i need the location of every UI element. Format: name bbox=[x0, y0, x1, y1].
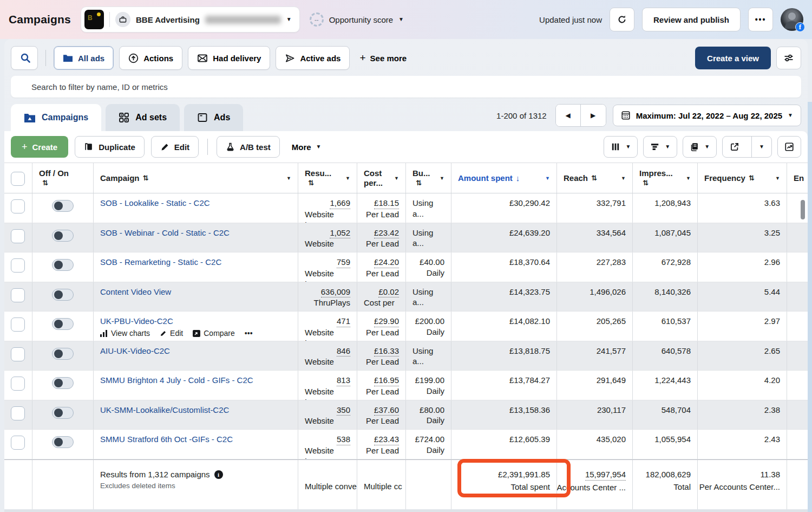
campaign-link[interactable]: SOB - Webinar - Cold - Static - C2C bbox=[100, 228, 230, 238]
row-checkbox[interactable] bbox=[11, 436, 25, 450]
campaign-toggle[interactable] bbox=[52, 200, 74, 212]
chevron-down-icon: ▼ bbox=[398, 17, 404, 22]
campaign-link[interactable]: SOB - Lookalike - Static - C2C bbox=[100, 198, 210, 209]
arrow-up-circle-icon bbox=[128, 53, 139, 63]
results-cell: 471 Website Lea... bbox=[298, 312, 357, 341]
account-id-redacted bbox=[205, 16, 281, 24]
columns-icon bbox=[611, 142, 620, 151]
refresh-button[interactable] bbox=[610, 8, 634, 31]
campaign-toggle[interactable] bbox=[52, 377, 74, 389]
tab-ad-sets[interactable]: Ad sets bbox=[106, 104, 180, 131]
column-results[interactable]: Resu...⇅ ▼ bbox=[298, 163, 357, 193]
duplicate-button[interactable]: Duplicate bbox=[75, 136, 145, 158]
row-checkbox[interactable] bbox=[11, 229, 25, 243]
view-charts-action[interactable]: View charts bbox=[100, 329, 150, 338]
table-row: SOB - Remarketing - Static - C2C View ch… bbox=[4, 252, 808, 282]
tab-ads[interactable]: Ads bbox=[184, 104, 243, 131]
table-row: Content Video View View charts Edit Comp… bbox=[4, 282, 808, 312]
export-button[interactable]: ▼ bbox=[722, 136, 772, 158]
column-reach[interactable]: Reach⇅ ▼ bbox=[557, 163, 633, 193]
campaign-link[interactable]: Content Video View bbox=[100, 287, 171, 297]
reports-button[interactable]: ▼ bbox=[683, 136, 717, 158]
opportunity-score-menu[interactable]: -- Opportunity score ▼ bbox=[310, 12, 404, 27]
reach-cell: 334,564 bbox=[557, 223, 633, 252]
filter-had-delivery[interactable]: Had delivery bbox=[188, 46, 270, 70]
row-checkbox[interactable] bbox=[11, 347, 25, 361]
campaign-link[interactable]: AIU-UK-Video-C2C bbox=[100, 346, 170, 357]
view-settings-button[interactable] bbox=[776, 47, 801, 69]
horizontal-scrollbar-track[interactable] bbox=[4, 509, 808, 512]
pencil-icon bbox=[160, 330, 167, 337]
previous-page-button[interactable]: ◀ bbox=[556, 105, 581, 126]
campaign-link[interactable]: UK-SMM-Lookalike/Customlist-C2C bbox=[100, 405, 229, 416]
impressions-cell: 548,704 bbox=[633, 400, 698, 430]
chevron-down-icon: ▼ bbox=[625, 144, 631, 150]
row-checkbox[interactable] bbox=[11, 199, 25, 213]
filter-actions[interactable]: Actions bbox=[119, 46, 182, 70]
column-amount-spent[interactable]: Amount spent↓ ▼ bbox=[451, 163, 557, 193]
cost-per-result-cell: £23.43 Per Lead bbox=[357, 430, 406, 459]
divider bbox=[45, 50, 46, 66]
row-checkbox[interactable] bbox=[11, 406, 25, 420]
column-ending[interactable]: En bbox=[787, 163, 808, 193]
create-button[interactable]: + Create bbox=[11, 136, 68, 158]
filter-all-ads[interactable]: All ads bbox=[54, 46, 114, 70]
export-options-half[interactable]: ▼ bbox=[751, 137, 771, 157]
campaigns-table: Off / On⇅ Campaign⇅ ▼ Resu...⇅ ▼ Cost pe… bbox=[4, 163, 808, 510]
campaign-link[interactable]: SMMU Stratford 6th Oct -GIFs - C2C bbox=[100, 434, 233, 445]
column-campaign[interactable]: Campaign⇅ ▼ bbox=[94, 163, 298, 193]
avatar[interactable]: f bbox=[781, 8, 803, 31]
export-icon-half[interactable] bbox=[723, 137, 746, 157]
breakdown-icon bbox=[650, 142, 660, 151]
campaign-link[interactable]: UK-PBU-Video-C2C bbox=[100, 316, 173, 327]
column-impressions[interactable]: Impres...⇅ ▼ bbox=[633, 163, 698, 193]
search-input[interactable] bbox=[11, 76, 801, 98]
breakdown-button[interactable]: ▼ bbox=[643, 136, 677, 158]
columns-button[interactable]: ▼ bbox=[604, 136, 638, 158]
campaign-toggle[interactable] bbox=[52, 289, 74, 301]
campaign-link[interactable]: SOB - Remarketing - Static - C2C bbox=[100, 257, 221, 268]
campaign-link[interactable]: SMMU Brighton 4 July - Cold - GIFs - C2C bbox=[100, 375, 253, 386]
next-page-button[interactable]: ▶ bbox=[581, 105, 606, 126]
filter-bar: All ads Actions Had delivery Active ads … bbox=[4, 46, 808, 70]
campaign-toggle[interactable] bbox=[52, 318, 74, 330]
charts-button[interactable] bbox=[777, 136, 801, 158]
select-all-checkbox[interactable] bbox=[11, 172, 25, 186]
row-checkbox[interactable] bbox=[11, 288, 25, 302]
column-frequency[interactable]: Frequency⇅ ▼ bbox=[698, 163, 787, 193]
account-switcher[interactable]: BBE Advertising ▼ bbox=[81, 7, 300, 33]
row-checkbox[interactable] bbox=[11, 317, 25, 332]
create-a-view-button[interactable]: Create a view bbox=[695, 47, 771, 69]
budget-cell: Using a... bbox=[406, 193, 451, 223]
impressions-cell: 672,928 bbox=[633, 252, 698, 282]
review-and-publish-button[interactable]: Review and publish bbox=[642, 8, 741, 31]
edit-button[interactable]: Edit bbox=[151, 136, 199, 158]
column-off-on[interactable]: Off / On⇅ bbox=[32, 163, 94, 193]
filter-active-ads[interactable]: Active ads bbox=[276, 46, 350, 70]
info-icon[interactable]: i bbox=[214, 470, 223, 479]
row-checkbox[interactable] bbox=[11, 377, 25, 391]
search-filter-button[interactable] bbox=[11, 46, 38, 70]
date-range-button[interactable]: Maximum: Jul 22, 2022 – Aug 22, 2025 ▼ bbox=[613, 105, 801, 126]
chevron-down-icon: ▼ bbox=[684, 176, 691, 181]
campaign-toggle[interactable] bbox=[52, 230, 74, 242]
paper-plane-icon bbox=[285, 53, 295, 63]
more-options-button[interactable]: ••• bbox=[748, 8, 773, 31]
ab-test-button[interactable]: A/B test bbox=[217, 136, 280, 158]
row-more-action[interactable]: ••• bbox=[245, 329, 253, 338]
table-row: SMMU Stratford 6th Oct -GIFs - C2C View … bbox=[4, 430, 808, 459]
campaign-toggle[interactable] bbox=[52, 348, 74, 360]
compare-action[interactable]: Compare bbox=[193, 329, 235, 338]
column-budget[interactable]: Bu...⇅ ▼ bbox=[406, 163, 451, 193]
flask-icon bbox=[226, 142, 235, 152]
page-scrollbar-track[interactable] bbox=[808, 102, 812, 512]
campaign-toggle[interactable] bbox=[52, 436, 74, 448]
row-checkbox[interactable] bbox=[11, 258, 25, 273]
see-more-filters-button[interactable]: + See more bbox=[355, 52, 411, 64]
column-cost-per-result[interactable]: Cost per... ▼ bbox=[357, 163, 406, 193]
edit-action[interactable]: Edit bbox=[160, 329, 183, 338]
campaign-toggle[interactable] bbox=[52, 259, 74, 271]
more-actions-button[interactable]: More ▼ bbox=[286, 142, 327, 152]
tab-campaigns[interactable]: Campaigns bbox=[11, 104, 101, 131]
campaign-toggle[interactable] bbox=[52, 407, 74, 419]
